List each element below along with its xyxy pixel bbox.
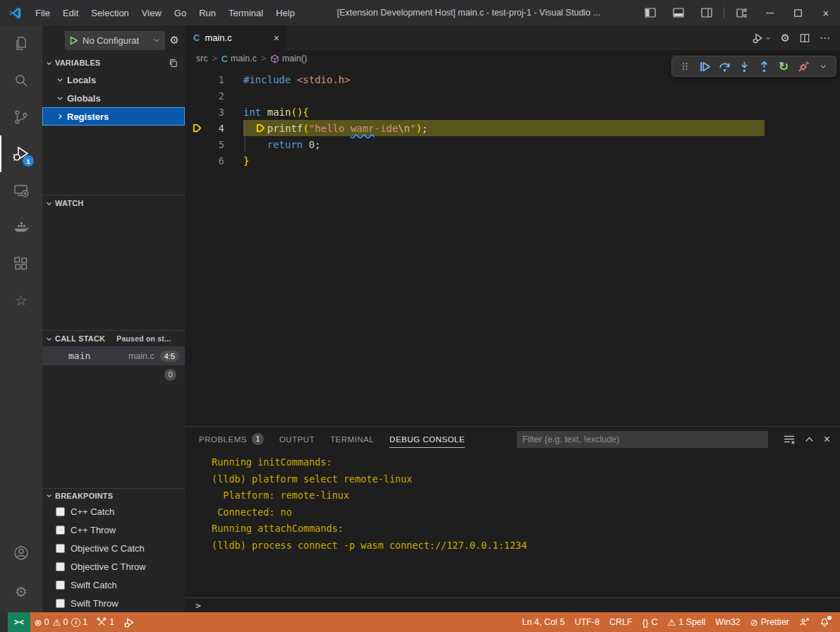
status-eol[interactable]: CRLF: [604, 612, 638, 632]
console-filter-input[interactable]: [517, 431, 768, 448]
checkbox-unchecked[interactable]: [56, 581, 65, 590]
breadcrumb-item-main[interactable]: main(): [270, 54, 307, 63]
status-formatter[interactable]: ⊘Prettier: [745, 612, 794, 632]
extensions-icon: [13, 255, 30, 272]
breakpoints-header[interactable]: BREAKPOINTS: [42, 489, 185, 502]
call-stack-header[interactable]: CALL STACK Paused on st...: [42, 331, 185, 346]
code-line-4[interactable]: 4 printf("hello wamr-ide\n");: [185, 120, 840, 136]
variables-header[interactable]: VARIABLES: [42, 55, 185, 71]
panel-tab-debug-console[interactable]: DEBUG CONSOLE: [389, 431, 465, 448]
breadcrumb-item-main-c[interactable]: Cmain.c: [221, 54, 257, 64]
tools-status[interactable]: 1: [92, 612, 119, 632]
maximize-icon[interactable]: [784, 0, 812, 25]
remote-indicator[interactable]: ><: [8, 612, 30, 632]
step-over-button[interactable]: [716, 58, 733, 75]
breakpoints-section: BREAKPOINTS C++ CatchC++ ThrowObjective …: [42, 488, 185, 612]
notifications-bell-button[interactable]: [815, 612, 834, 632]
debug-console-prompt[interactable]: >: [185, 597, 840, 612]
sidebar-item-run-and-debug[interactable]: 1: [0, 135, 42, 172]
customize-layout-icon[interactable]: [727, 0, 755, 25]
status-spell-checker[interactable]: ⚠1 Spell: [662, 612, 710, 632]
clear-console-icon[interactable]: [784, 435, 795, 444]
more-actions-icon[interactable]: ⋯: [820, 32, 830, 44]
code-line-3[interactable]: 3int main(){: [185, 104, 840, 120]
checkbox-unchecked[interactable]: [56, 507, 65, 516]
toggle-panel-icon[interactable]: [664, 0, 693, 25]
toggle-secondary-sidebar-icon[interactable]: [693, 0, 721, 25]
sidebar-item-docker[interactable]: [0, 209, 42, 245]
minimize-icon[interactable]: [755, 0, 784, 25]
sidebar-item-source-control[interactable]: [0, 99, 42, 135]
breakpoint-swift-catch[interactable]: Swift Catch: [42, 576, 185, 594]
stackframe-arrow-icon[interactable]: [185, 123, 209, 133]
breakpoint-swift-throw[interactable]: Swift Throw: [42, 594, 185, 612]
menu-terminal[interactable]: Terminal: [222, 8, 269, 18]
breadcrumb-item-src[interactable]: src: [196, 54, 208, 63]
variables-item-globals[interactable]: Globals: [42, 89, 185, 107]
sidebar-item-bookmarks[interactable]: ☆: [0, 282, 42, 319]
debug-settings-gear-icon[interactable]: ⚙: [170, 34, 179, 47]
breakpoint-objective-c-catch[interactable]: Objective C Catch: [42, 539, 185, 557]
tab-main-c[interactable]: C main.c ×: [185, 25, 286, 50]
toggle-sidebar-icon[interactable]: [636, 0, 664, 25]
step-into-button[interactable]: [736, 58, 753, 75]
sidebar-item-extensions[interactable]: [0, 245, 42, 282]
debug-console-output[interactable]: Running initCommands:(lldb) platform sel…: [185, 451, 840, 597]
console-line: (lldb) platform select remote-linux: [212, 471, 840, 488]
code-line-5[interactable]: 5 return 0;: [185, 136, 840, 152]
checkbox-unchecked[interactable]: [56, 525, 65, 535]
debug-config-dropdown[interactable]: No Configurat: [65, 31, 165, 50]
status-language-mode[interactable]: {}C: [638, 612, 663, 632]
checkbox-unchecked[interactable]: [56, 599, 65, 608]
disconnect-button[interactable]: [795, 58, 812, 75]
menu-run[interactable]: Run: [193, 8, 222, 18]
variables-item-locals[interactable]: Locals: [42, 71, 185, 89]
restart-button[interactable]: ↻: [775, 58, 792, 75]
code-line-text: #include <stdio.h>: [224, 74, 351, 85]
sidebar-item-explorer[interactable]: [0, 25, 42, 62]
accounts-button[interactable]: [0, 535, 42, 571]
diagnostics-status[interactable]: ⊗0⚠0i1: [30, 612, 92, 632]
variables-item-registers[interactable]: Registers: [42, 107, 185, 126]
sidebar-item-search[interactable]: [0, 62, 42, 99]
status-cursor-position[interactable]: Ln 4, Col 5: [517, 612, 569, 632]
close-icon[interactable]: ×: [274, 32, 279, 44]
status-encoding[interactable]: UTF-8: [570, 612, 604, 632]
breakpoint-c-throw[interactable]: C++ Throw: [42, 521, 185, 539]
menu-edit[interactable]: Edit: [56, 8, 85, 18]
breakpoint-c-catch[interactable]: C++ Catch: [42, 502, 185, 521]
stack-frame-row[interactable]: main main.c 4:5: [42, 346, 185, 365]
gear-icon[interactable]: ⚙: [781, 32, 790, 44]
code-line-2[interactable]: 2: [185, 87, 840, 104]
breakpoint-objective-c-throw[interactable]: Objective C Throw: [42, 557, 185, 576]
menu-view[interactable]: View: [135, 8, 168, 18]
maximize-panel-icon[interactable]: [805, 436, 814, 443]
status-target-platform[interactable]: Win32: [710, 612, 745, 632]
step-out-button[interactable]: [755, 58, 772, 75]
panel-tab-output[interactable]: OUTPUT: [279, 431, 315, 448]
sidebar-item-remote-explorer[interactable]: [0, 172, 42, 209]
close-icon[interactable]: ×: [812, 0, 840, 25]
copy-icon[interactable]: [169, 59, 178, 68]
menu-go[interactable]: Go: [168, 8, 193, 18]
code-editor[interactable]: 1#include <stdio.h>23int main(){4 printf…: [185, 67, 840, 426]
panel-tab-problems[interactable]: PROBLEMS1: [199, 429, 264, 449]
debug-status-button[interactable]: [119, 612, 140, 632]
checkbox-unchecked[interactable]: [56, 544, 65, 553]
checkbox-unchecked[interactable]: [56, 562, 65, 571]
toolbar-drag-handle[interactable]: [676, 58, 693, 75]
continue-button[interactable]: [696, 58, 713, 75]
menu-help[interactable]: Help: [269, 8, 301, 18]
start-debug-icon[interactable]: [70, 36, 78, 45]
close-panel-icon[interactable]: ×: [824, 433, 830, 446]
feedback-button[interactable]: [794, 612, 815, 632]
run-or-debug-button[interactable]: [753, 32, 771, 44]
watch-header[interactable]: WATCH: [42, 195, 185, 211]
split-editor-icon[interactable]: [800, 33, 810, 43]
code-line-6[interactable]: 6}: [185, 152, 840, 169]
settings-button[interactable]: ⚙: [0, 571, 42, 612]
menu-selection[interactable]: Selection: [85, 8, 135, 18]
chevron-down-icon[interactable]: [815, 58, 832, 75]
panel-tab-terminal[interactable]: TERMINAL: [330, 431, 374, 448]
menu-file[interactable]: File: [29, 8, 56, 18]
